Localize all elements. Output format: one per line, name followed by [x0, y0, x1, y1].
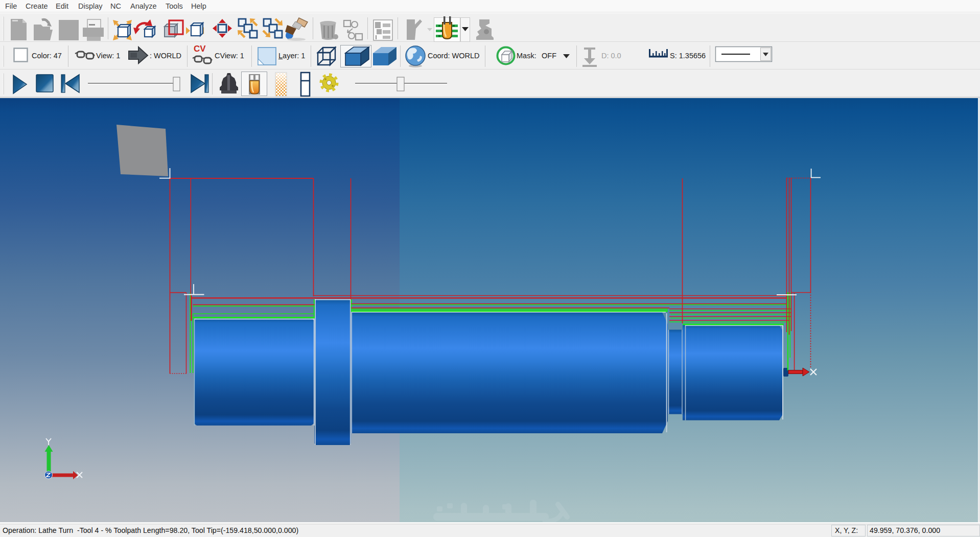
svg-text:CV: CV: [194, 44, 206, 54]
